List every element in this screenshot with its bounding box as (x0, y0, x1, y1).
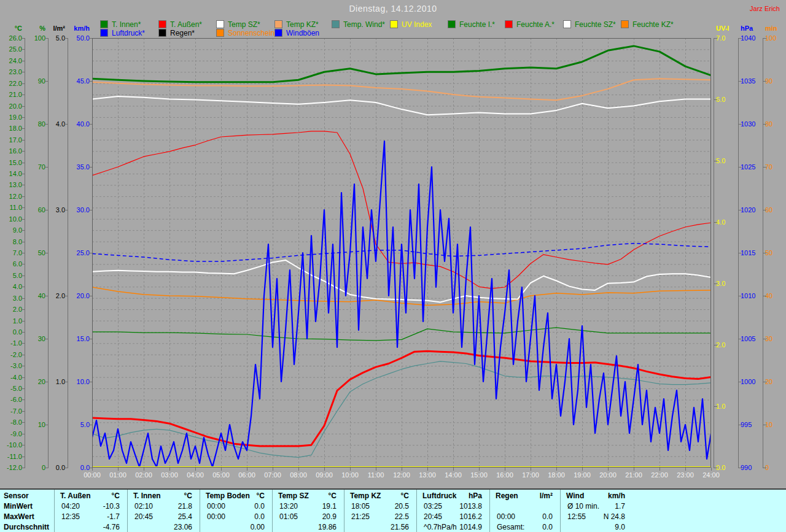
axis-tick-label: 35.0 (68, 163, 90, 171)
x-axis-label: 17:00 (518, 471, 543, 479)
axis-tick (763, 339, 766, 339)
x-axis-label: 22:00 (647, 471, 672, 479)
axis-tick-label: 45.0 (68, 77, 90, 85)
axis-unit-hPa: hPa (741, 25, 760, 32)
axis-tick (21, 242, 25, 242)
axis-tick-label: 1035 (741, 77, 760, 85)
table-cell-min-value: 20.5 (344, 502, 409, 511)
x-axis-label: 07:00 (260, 471, 286, 479)
axis-tick-label: 100 (25, 34, 45, 42)
axis-tick-label: 8.0 (0, 238, 22, 245)
axis-tick (714, 283, 717, 284)
legend-item-feuchte_sz: Feuchte SZ* (563, 18, 616, 29)
axis-tick-label: 80 (765, 120, 781, 128)
x-axis-tick (376, 468, 376, 471)
axis-tick-label: -8.0 (0, 418, 22, 426)
series-t_aussen (92, 351, 711, 446)
table-col-unit: °C (272, 492, 337, 501)
axis-tick (739, 468, 742, 468)
table-cell-min-value: -10.3 (54, 502, 120, 511)
axis-tick-label: -7.0 (0, 407, 22, 415)
table-cell-min-value: 21.8 (127, 502, 192, 511)
axis-tick-label: 20 (765, 378, 781, 385)
axis-tick-label: -3.0 (0, 362, 22, 369)
axis-tick-label: 5.0 (0, 272, 22, 279)
legend-label: Luftdruck* (112, 29, 145, 37)
axis-tick (714, 468, 717, 468)
table-cell-min-value: 19.1 (272, 502, 337, 511)
table-cell-max-value: 25.4 (127, 512, 192, 522)
axis-tick-label: 1020 (741, 206, 760, 214)
axis-tick-label: 10 (765, 421, 781, 428)
axis-tick-label: 4.0 (716, 218, 733, 226)
axis-tick (763, 296, 766, 296)
axis-tick (45, 253, 48, 253)
table-row-label: MaxWert (4, 512, 34, 522)
axis-tick-label: -4.0 (0, 374, 22, 381)
x-axis-tick (660, 468, 660, 471)
table-cell-max-value: 0.0 (200, 512, 265, 522)
x-axis-tick (324, 468, 325, 471)
axis-tick-label: 60 (765, 206, 781, 214)
regen-swatch-icon (158, 29, 166, 37)
axis-tick (714, 38, 717, 39)
axis-line (48, 38, 49, 468)
axis-tick (45, 425, 48, 425)
table-cell-avg-value: 1014.9 (416, 523, 482, 532)
page-title: Dienstag, 14.12.2010 (0, 4, 786, 13)
x-axis-label: 03:00 (157, 471, 182, 479)
axis-tick-label: 6.0 (716, 96, 733, 103)
axis-tick (763, 167, 766, 168)
legend-label: Feuchte SZ* (575, 20, 616, 29)
legend-item-uv_index: UV Index (390, 18, 432, 29)
axis-tick (21, 117, 25, 118)
axis-tick (21, 174, 25, 174)
table-col-unit: °C (54, 492, 120, 501)
x-axis-label: 23:00 (672, 471, 698, 479)
axis-tick-label: 10.0 (68, 378, 90, 385)
legend-item-feuchte_i: Feuchte I.* (448, 18, 495, 29)
axis-tick-label: 995 (741, 421, 760, 428)
sonnenschein-swatch-icon (216, 29, 224, 37)
axis-tick-label: 5.0 (48, 34, 65, 42)
axis-tick (763, 124, 766, 125)
axis-unit-km/h: km/h (68, 25, 90, 32)
x-axis-tick (711, 468, 712, 471)
axis-tick-label: 20 (25, 378, 45, 385)
x-axis-label: 14:00 (440, 471, 466, 479)
x-axis-tick (556, 468, 557, 471)
axis-tick-label: 990 (741, 464, 760, 471)
x-axis-tick (608, 468, 609, 471)
axis-tick-label: 1000 (741, 378, 760, 385)
x-axis-label: 05:00 (208, 471, 234, 479)
feuchte_i-swatch-icon (448, 20, 456, 28)
legend-item-luftdruck: Luftdruck* (100, 27, 145, 38)
author-label: Jarz Erich (750, 5, 780, 12)
x-axis-label: 15:00 (466, 471, 492, 479)
axis-tick-label: -5.0 (0, 385, 22, 392)
axis-tick (739, 167, 742, 168)
table-cell-avg-value: 0.0 (489, 523, 553, 532)
axis-unit-%: % (25, 25, 45, 32)
x-axis-tick (634, 468, 634, 471)
axis-tick (739, 425, 742, 425)
legend-item-windboeen: Windböen (274, 27, 319, 38)
table-cell-min-value: 1013.8 (416, 502, 482, 511)
axis-tick-label: 21.0 (0, 91, 22, 98)
axis-tick-label: 5.0 (68, 421, 90, 428)
axis-tick (21, 94, 25, 95)
axis-tick-label: 1.0 (0, 317, 22, 325)
axis-tick-label: 30 (25, 335, 45, 342)
x-axis-label: 20:00 (595, 471, 621, 479)
axis-tick-label: 50 (765, 249, 781, 256)
temp_wind-swatch-icon (332, 20, 340, 28)
axis-tick-label: 20.0 (0, 102, 22, 110)
x-axis-label: 12:00 (389, 471, 414, 479)
x-axis-tick (350, 468, 351, 471)
axis-tick-label: 25.0 (0, 45, 22, 53)
x-axis-tick (221, 468, 222, 471)
x-axis-label: 04:00 (182, 471, 208, 479)
x-axis-label: 19:00 (569, 471, 595, 479)
axis-tick (739, 296, 742, 296)
axis-tick (763, 468, 766, 468)
